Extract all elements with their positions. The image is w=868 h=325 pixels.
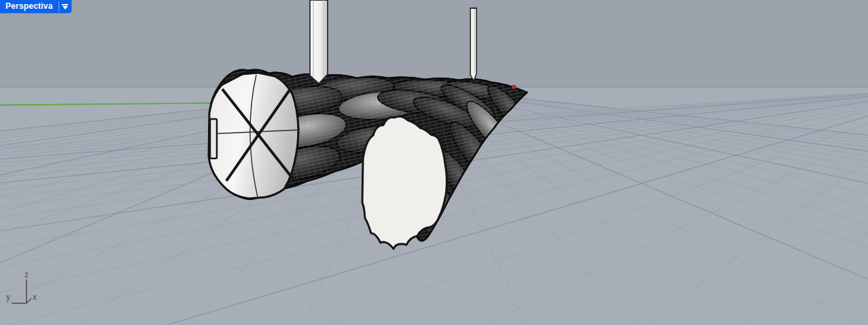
gizmo-x-label: x [33,292,37,302]
viewport-canvas[interactable]: z y x [0,0,868,325]
perspective-viewport[interactable]: z y x Perspectiva [0,0,868,325]
gizmo-z-label: z [24,270,29,279]
thick-rod [310,0,328,84]
viewport-dropdown-arrow[interactable] [59,0,71,13]
viewport-title[interactable]: Perspectiva [0,0,58,13]
sky-background [0,0,868,87]
gizmo-y-label: y [6,292,10,302]
thin-rod [470,8,476,81]
point-marker[interactable] [512,85,516,89]
cap-slot [210,119,217,158]
chevron-down-icon [63,6,68,10]
end-cap [209,73,300,199]
dropdown-bar-icon [62,4,68,5]
viewport-tab[interactable]: Perspectiva [0,0,71,13]
